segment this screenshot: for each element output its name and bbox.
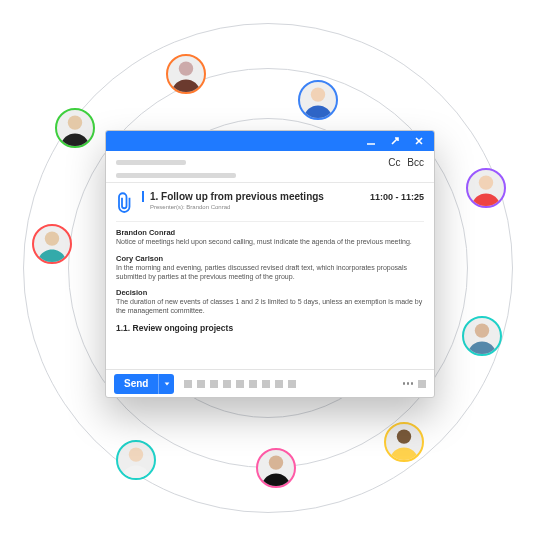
avatar (256, 448, 296, 488)
section-heading: Brandon Conrad (116, 228, 424, 237)
toolbar-icon[interactable] (275, 380, 283, 388)
expand-icon[interactable] (390, 136, 400, 146)
window-titlebar (106, 131, 434, 151)
cc-bcc-toggle[interactable]: Cc Bcc (384, 157, 424, 168)
toolbar-icon[interactable] (184, 380, 192, 388)
toolbar-icon[interactable] (210, 380, 218, 388)
section-text: The duration of new events of classes 1 … (116, 298, 424, 316)
compose-body[interactable]: 1. Follow up from previous meetings 11:0… (106, 183, 434, 369)
svg-point-4 (45, 231, 59, 245)
toolbar-icon[interactable] (236, 380, 244, 388)
svg-point-8 (129, 447, 143, 461)
to-field[interactable] (116, 160, 186, 165)
agenda-subheading: 1.1. Review ongoing projects (116, 323, 424, 333)
bcc-label[interactable]: Bcc (407, 157, 424, 168)
formatting-toolbar[interactable] (184, 380, 296, 388)
avatar (462, 316, 502, 356)
attachment-icon[interactable] (116, 191, 134, 215)
avatar (32, 224, 72, 264)
avatar (298, 80, 338, 120)
compose-footer: Send (106, 369, 434, 397)
svg-point-1 (68, 115, 82, 129)
toolbar-icon[interactable] (262, 380, 270, 388)
agenda-section: Cory Carlson In the morning and evening,… (116, 254, 424, 282)
toolbar-icon[interactable] (197, 380, 205, 388)
section-text: Notice of meetings held upon second call… (116, 238, 424, 247)
toolbar-icon[interactable] (288, 380, 296, 388)
compose-header: Cc Bcc (106, 151, 434, 183)
avatar (384, 422, 424, 462)
more-options-icon[interactable] (403, 382, 414, 385)
subject-field[interactable] (116, 173, 236, 178)
svg-point-3 (479, 175, 493, 189)
svg-point-6 (397, 429, 411, 443)
svg-point-7 (269, 455, 283, 469)
minimize-icon[interactable] (366, 136, 376, 146)
close-icon[interactable] (414, 136, 424, 146)
agenda-section: Decision The duration of new events of c… (116, 288, 424, 316)
svg-point-2 (311, 87, 325, 101)
toolbar-icon[interactable] (249, 380, 257, 388)
send-button[interactable]: Send (114, 374, 158, 394)
section-heading: Cory Carlson (116, 254, 424, 263)
cc-label[interactable]: Cc (388, 157, 400, 168)
avatar (166, 54, 206, 94)
send-split-button[interactable]: Send (114, 374, 174, 394)
section-heading: Decision (116, 288, 424, 297)
agenda-presenter: Presenter(s): Brandon Conrad (142, 204, 424, 210)
compose-window: Cc Bcc 1. Follow up from previous meetin… (105, 130, 435, 398)
agenda-item-time: 11:00 - 11:25 (370, 192, 424, 202)
send-options-button[interactable] (158, 374, 174, 394)
svg-point-0 (179, 61, 193, 75)
avatar (116, 440, 156, 480)
delete-icon[interactable] (418, 380, 426, 388)
avatar (466, 168, 506, 208)
svg-point-5 (475, 323, 489, 337)
agenda-section: Brandon Conrad Notice of meetings held u… (116, 228, 424, 247)
avatar (55, 108, 95, 148)
section-text: In the morning and evening, parties disc… (116, 264, 424, 282)
agenda-item-title: 1. Follow up from previous meetings (142, 191, 324, 202)
toolbar-icon[interactable] (223, 380, 231, 388)
